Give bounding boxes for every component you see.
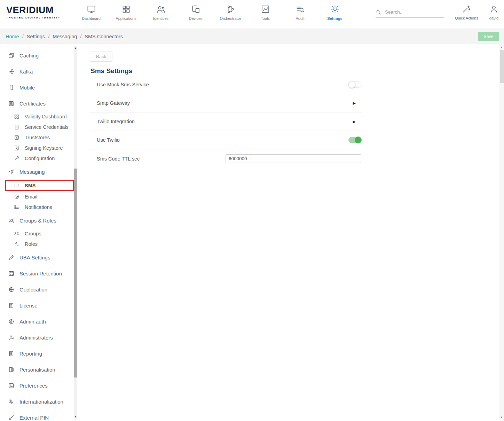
sidebar-item-roles[interactable]: Roles [0,239,81,249]
sidebar-scrollbar[interactable]: ▲ ▼ [74,46,77,419]
sidebar-item-signing-keystore[interactable]: Signing Keystore [0,143,81,153]
setting-row-twilio-integration: Twilio Integration▶ [90,112,362,131]
sidebar-item-label: Groups [25,231,41,236]
quick-actions-icon [462,5,471,14]
sidebar-item-label: Kafka [19,69,33,75]
breadcrumb-item-home[interactable]: Home [6,34,19,39]
service-credentials-icon [14,124,19,130]
page-scroll-down-icon[interactable]: ▼ [499,415,504,420]
sidebar-item-uba-settings[interactable]: UBA Settings [0,249,81,265]
search-icon[interactable] [376,9,381,15]
sidebar-item-label: Truststores [25,135,50,140]
sidebar-item-service-credentials[interactable]: Service Credentials [0,122,81,132]
sidebar-item-session-retention[interactable]: Session Retention [0,265,81,281]
user-menu[interactable]: david [489,0,498,20]
nav-item-label: Tools [261,16,270,21]
sidebar-item-personalisation[interactable]: Personalisation [0,361,81,377]
roles-icon [14,241,19,247]
setting-control [348,137,362,143]
sidebar-item-label: External PIN [19,415,49,421]
page-scrollbar[interactable]: ▲ ▼ [499,44,504,421]
page-title: Sms Settings [90,67,497,75]
nav-item-applications[interactable]: Applications [109,0,143,21]
setting-row-smtp-gateway: Smtp Gateway▶ [90,94,362,112]
sidebar-scroll-down-icon[interactable]: ▼ [74,415,77,419]
sidebar-item-kafka[interactable]: Kafka [0,63,81,79]
nav-item-label: Orchestrator [220,16,241,21]
search-input[interactable] [384,9,436,15]
sidebar-item-reporting[interactable]: Reporting [0,345,81,361]
tools-icon [261,5,270,14]
kafka-icon [8,69,14,75]
nav-item-orchestrator[interactable]: Orchestrator [213,0,248,21]
sidebar-item-configuration[interactable]: Configuration [0,153,81,164]
breadcrumb-separator: / [80,34,81,39]
use-mock-sms-service-toggle[interactable] [348,81,361,88]
setting-label: Smtp Gateway [97,100,130,106]
reporting-icon [8,351,14,357]
sidebar-item-external-pin[interactable]: External PIN [0,410,81,421]
sidebar-item-messaging[interactable]: Messaging [0,164,81,180]
nav-item-label: Devices [189,16,202,21]
nav-item-audit[interactable]: Audit [283,0,317,21]
expand-arrow-icon[interactable]: ▶ [353,119,356,124]
sidebar-item-label: Messaging [19,169,45,175]
sidebar-item-label: License [19,303,38,309]
signing-keystore-icon [14,145,19,151]
nav-item-devices[interactable]: Devices [178,0,213,21]
sidebar-item-truststores[interactable]: Truststores [0,132,81,143]
setting-control: ▶ [353,119,362,124]
sidebar-item-label: Signing Keystore [25,145,63,151]
sidebar-item-label: Geolocation [19,287,47,293]
sidebar-item-groups[interactable]: Groups [0,228,81,239]
nav-item-settings[interactable]: Settings [317,0,352,21]
sidebar-item-internationalization[interactable]: Internationalization [0,393,81,410]
back-button[interactable]: Back [90,52,112,62]
nav-item-identities[interactable]: Identities [143,0,178,21]
sidebar-item-validity-dashboard[interactable]: Validity Dashboard [0,111,81,122]
nav-item-tools[interactable]: Tools [248,0,283,21]
expand-arrow-icon[interactable]: ▶ [353,101,356,106]
breadcrumb-item-messaging[interactable]: Messaging [53,34,77,39]
breadcrumb-item-settings[interactable]: Settings [27,34,45,39]
sidebar-item-label: Session Retention [19,271,62,276]
quick-actions-label: Quick Actions [455,16,478,20]
veridium-logo[interactable]: VERIDIUM TRUSTED DIGITAL IDENTITY [6,5,66,19]
nav-item-label: Dashboard [82,16,101,21]
sidebar-item-email[interactable]: Email [0,192,81,202]
setting-label: Sms Code TTL sec [97,156,140,162]
main-content: Back Sms Settings Use Mock Sms ServiceSm… [81,44,504,421]
sidebar-item-mobile[interactable]: Mobile [0,79,81,95]
sidebar-item-label: Reporting [19,351,42,357]
sidebar-scroll-thumb[interactable] [74,169,77,377]
quick-actions-button[interactable]: Quick Actions [455,0,478,20]
nav-item-dashboard[interactable]: Dashboard [74,0,109,21]
sidebar-item-label: Validity Dashboard [25,114,67,119]
toggle-knob [348,81,355,88]
save-button[interactable]: Save [478,32,499,41]
sidebar-item-caching[interactable]: Caching [0,47,81,63]
configuration-icon [14,156,19,161]
brand-tagline: TRUSTED DIGITAL IDENTITY [6,16,66,19]
sidebar-item-notifications[interactable]: Notifications [0,202,81,212]
sidebar: CachingKafkaMobileCertificatesValidity D… [0,44,81,421]
setting-label: Use Twilio [97,137,120,143]
sidebar-item-sms[interactable]: SMS [5,180,74,191]
search-box [376,9,444,18]
sidebar-item-geolocation[interactable]: Geolocation [0,281,81,297]
sidebar-item-preferences[interactable]: Preferences [0,377,81,393]
page-scroll-up-icon[interactable]: ▲ [499,45,504,50]
sidebar-item-certificates[interactable]: Certificates [0,95,81,111]
sidebar-item-label: Configuration [25,156,55,161]
groups-roles-icon [8,218,14,224]
sidebar-item-administrators[interactable]: Administrators [0,329,81,345]
use-twilio-toggle[interactable] [348,137,361,143]
sms-code-ttl-sec-input[interactable] [226,154,361,163]
sidebar-item-license[interactable]: License [0,297,81,313]
sidebar-item-admin-auth[interactable]: Admin auth [0,313,81,329]
settings-list: Use Mock Sms ServiceSmtp Gateway▶Twilio … [90,76,362,168]
page-scroll-thumb[interactable] [500,50,504,83]
sidebar-item-label: Caching [19,53,39,59]
sidebar-scroll-up-icon[interactable]: ▲ [74,46,77,50]
sidebar-item-groups-roles[interactable]: Groups & Roles [0,212,81,228]
